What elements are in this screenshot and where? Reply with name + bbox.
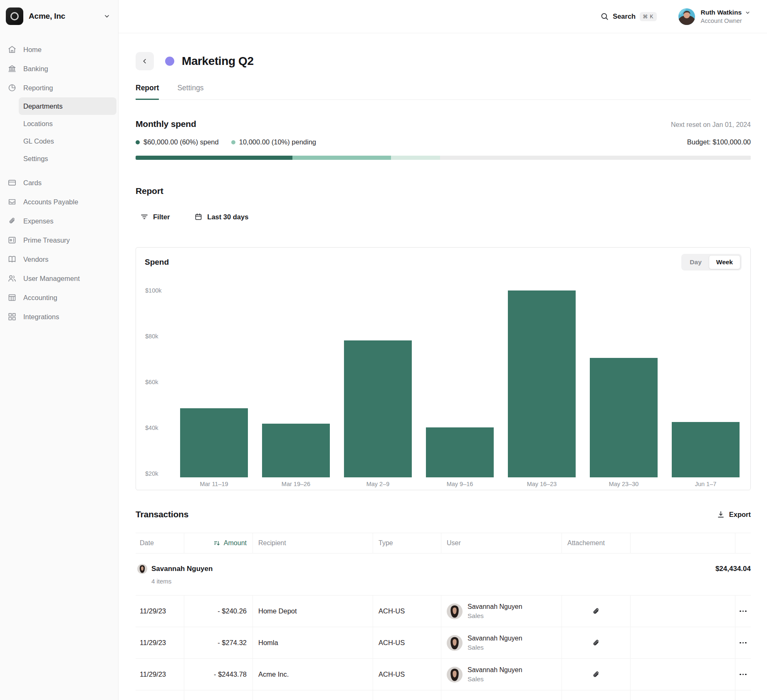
toggle-week[interactable]: Week	[709, 255, 740, 269]
avatar	[447, 635, 463, 651]
table-row[interactable]: 11/29/23 - $2443.78 Acme Inc. ACH-US Sav…	[136, 659, 751, 690]
spend-bar-may-23-30	[590, 358, 658, 477]
company-switcher[interactable]: Acme, Inc	[0, 0, 118, 32]
sidebar-nav: Home Banking Reporting Departments Locat…	[0, 40, 118, 326]
sidebar-item-locations[interactable]: Locations	[19, 115, 116, 132]
company-name: Acme, Inc	[29, 12, 65, 21]
filter-button[interactable]: Filter	[136, 213, 170, 221]
spend-bar-may-2-9	[344, 340, 412, 477]
column-header-spacer	[630, 533, 735, 553]
sidebar-item-home[interactable]: Home	[0, 40, 118, 59]
sidebar: Acme, Inc Home Banking Reporting Departm…	[0, 0, 119, 700]
cell-spacer	[630, 659, 735, 690]
sidebar-item-accounting[interactable]: Accounting	[0, 288, 118, 307]
sidebar-item-label: Vendors	[23, 256, 49, 263]
cell-user: Savannah Nguyen Sales	[441, 659, 562, 690]
search-button[interactable]: Search ⌘ K	[600, 12, 656, 21]
tab-settings[interactable]: Settings	[177, 84, 203, 99]
paperclip-icon[interactable]	[591, 638, 601, 648]
download-icon	[717, 510, 725, 519]
row-menu-button[interactable]	[740, 642, 747, 644]
table-row[interactable]: 11/29/23 - $274.32 Homla ACH-US Savannah…	[136, 627, 751, 659]
spend-bar-mar-19-26	[262, 424, 330, 477]
sidebar-item-label: User Management	[23, 275, 80, 283]
cell-actions	[735, 627, 751, 658]
sidebar-item-reporting[interactable]: Reporting	[0, 78, 118, 97]
column-header-user: User	[441, 533, 562, 553]
spend-bar-mar-11-19	[180, 408, 248, 477]
avatar	[447, 603, 463, 619]
transactions-heading: Transactions	[136, 509, 188, 519]
tab-report[interactable]: Report	[136, 84, 159, 100]
sidebar-item-accounts-payable[interactable]: Accounts Payable	[0, 192, 118, 211]
sidebar-item-label: Expenses	[23, 217, 53, 225]
chevron-left-icon	[141, 57, 148, 65]
column-header-attachement: Attachement	[562, 533, 630, 553]
paperclip-icon[interactable]	[591, 670, 601, 679]
budget-text: Budget: $100,000.00	[687, 138, 751, 146]
sidebar-item-label: Accounting	[23, 294, 57, 302]
sidebar-item-prime-treasury[interactable]: Prime Treasury	[0, 231, 118, 250]
sidebar-item-label: Reporting	[23, 84, 53, 92]
monthly-spend-heading: Monthly spend	[136, 119, 196, 129]
user-name: Ruth Watkins	[701, 9, 742, 16]
user-menu[interactable]: Ruth Watkins Account Owner	[678, 8, 751, 25]
sidebar-item-departments[interactable]: Departments	[19, 97, 116, 115]
chart-title: Spend	[145, 258, 169, 267]
cell-attachment	[562, 659, 630, 690]
spend-dot	[136, 140, 140, 144]
cell-user: Savannah Nguyen Sales	[441, 627, 562, 658]
toggle-day[interactable]: Day	[683, 255, 708, 269]
sidebar-item-cards[interactable]: Cards	[0, 173, 118, 192]
back-button[interactable]	[136, 52, 154, 70]
y-axis-tick-label: $60k	[145, 379, 158, 385]
table-row[interactable]: 11/29/23 - $240.26 Home Depot ACH-US Sav…	[136, 596, 751, 627]
column-header-type: Type	[373, 533, 441, 553]
sidebar-item-vendors[interactable]: Vendors	[0, 250, 118, 269]
cell-attachment	[562, 627, 630, 658]
column-header-actions	[735, 533, 751, 553]
x-axis-category-label: May 9–16	[426, 481, 494, 487]
cell-spacer	[630, 596, 735, 627]
column-header-recipient: Recipient	[252, 533, 373, 553]
table-body: 11/29/23 - $240.26 Home Depot ACH-US Sav…	[136, 596, 751, 690]
sidebar-item-banking[interactable]: Banking	[0, 59, 118, 78]
sidebar-item-label: Cards	[23, 179, 42, 187]
budget-progress-bar	[136, 156, 751, 160]
cell-type: ACH-US	[373, 659, 441, 690]
company-logo	[6, 7, 23, 25]
sidebar-item-label: Departments	[23, 102, 62, 110]
legend-spend: $60,000.00 (60%) spend	[136, 138, 219, 146]
sidebar-item-label: GL Codes	[23, 137, 54, 145]
department-color-dot	[165, 57, 174, 66]
row-menu-button[interactable]	[740, 674, 747, 675]
cell-recipient: Home Depot	[252, 596, 373, 627]
x-axis-category-label: Mar 11–19	[180, 481, 248, 487]
date-range-button[interactable]: Last 30 days	[190, 213, 248, 221]
pending-dot	[231, 140, 235, 144]
topbar: Search ⌘ K Ruth Watkins Account Owner	[119, 0, 767, 33]
transaction-group-header[interactable]: Savannah Nguyen $24,434.04 4 items	[136, 554, 751, 596]
export-button[interactable]: Export	[713, 510, 751, 519]
transactions-table: Date Amount Recipient Type User Attachem…	[136, 533, 751, 700]
sidebar-item-expenses[interactable]: Expenses	[0, 211, 118, 231]
calendar-icon	[194, 213, 203, 221]
progress-segment-remaining	[440, 156, 751, 160]
cell-attachment	[562, 596, 630, 627]
row-menu-button[interactable]	[740, 611, 747, 612]
sidebar-item-settings[interactable]: Settings	[19, 150, 116, 167]
table-header-row: Date Amount Recipient Type User Attachem…	[136, 533, 751, 554]
cell-amount: - $274.32	[184, 627, 252, 658]
cell-amount: - $2443.78	[184, 659, 252, 690]
paperclip-icon[interactable]	[591, 607, 601, 616]
sidebar-item-integrations[interactable]: Integrations	[0, 307, 118, 326]
sidebar-item-user-management[interactable]: User Management	[0, 269, 118, 288]
column-header-amount[interactable]: Amount	[184, 533, 252, 553]
progress-segment-spend	[136, 156, 292, 160]
sidebar-item-gl-codes[interactable]: GL Codes	[19, 132, 116, 150]
search-icon	[600, 12, 609, 21]
cell-date: 11/29/23	[136, 596, 184, 627]
y-axis-tick-label: $20k	[145, 470, 158, 477]
bar-chart-plot: $100k$80k$60k$40k$20k	[136, 271, 750, 477]
page-title: Marketing Q2	[182, 55, 254, 68]
